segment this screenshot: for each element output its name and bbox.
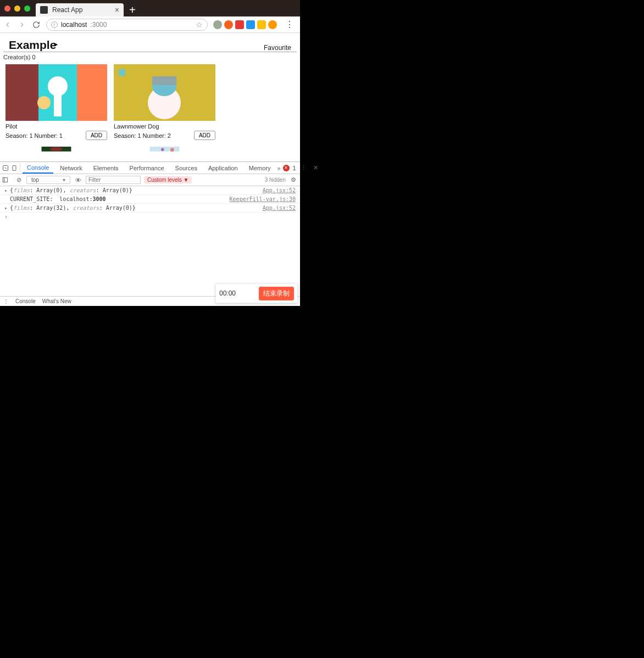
tab-favicon: [40, 6, 48, 14]
drawer-tab-whatsnew[interactable]: What's New: [42, 298, 71, 304]
svg-rect-5: [54, 94, 62, 116]
svg-point-16: [170, 148, 174, 152]
devtools-tabs: Console Network Elements Performance Sou…: [0, 162, 300, 174]
episode-card: Pilot Season: 1 Number: 1 ADD: [5, 64, 107, 140]
extension-icon[interactable]: [213, 20, 222, 29]
svg-point-6: [37, 96, 51, 109]
extension-icon[interactable]: [257, 20, 266, 29]
devtools-tab-console[interactable]: Console: [23, 163, 53, 174]
chrome-menu-button[interactable]: ⋮: [282, 19, 297, 30]
close-window-button[interactable]: [4, 5, 10, 12]
svg-rect-1: [5, 64, 38, 121]
source-link[interactable]: App.jsx:52: [263, 187, 296, 193]
expand-arrow-icon[interactable]: ▸: [4, 187, 8, 193]
add-button[interactable]: ADD: [194, 131, 215, 140]
console-message: {films: Array(32), creators: Array(0)}: [10, 205, 136, 211]
console-line[interactable]: CURRENT_SITE: localhost:3000 KeeperFill-…: [0, 195, 300, 204]
episode-title: Pilot: [5, 123, 107, 130]
episode-thumbnail: [114, 147, 215, 161]
episode-thumbnail: [5, 64, 107, 121]
forward-button[interactable]: [18, 20, 26, 29]
console-output: ▸ {films: Array(0), creators: Array(0)} …: [0, 186, 300, 296]
svg-rect-14: [150, 147, 180, 152]
close-devtools-icon[interactable]: ✕: [312, 164, 320, 171]
console-prompt-icon[interactable]: ›: [0, 213, 300, 221]
drawer-menu-icon[interactable]: ⋮: [3, 298, 9, 304]
source-link[interactable]: App.jsx:52: [263, 205, 296, 211]
episode-card: [5, 147, 107, 161]
episode-meta: Season: 1 Number: 2: [114, 132, 171, 139]
svg-point-15: [161, 148, 164, 151]
back-button[interactable]: [3, 20, 12, 29]
address-bar[interactable]: i localhost:3000 ☆: [46, 19, 208, 31]
minimize-window-button[interactable]: [14, 5, 20, 12]
expand-arrow-icon[interactable]: ▸: [4, 205, 8, 211]
drawer-tab-console[interactable]: Console: [15, 298, 36, 304]
close-tab-icon[interactable]: ×: [115, 6, 119, 14]
episode-title: Lawnmower Dog: [114, 123, 215, 130]
console-line[interactable]: ▸ {films: Array(0), creators: Array(0)} …: [0, 186, 300, 195]
source-link[interactable]: KeeperFill-var.js:30: [230, 196, 296, 202]
console-settings-icon[interactable]: ⚙: [289, 176, 298, 183]
extension-icon[interactable]: [235, 20, 244, 29]
site-info-icon[interactable]: i: [51, 21, 58, 28]
error-badge-icon[interactable]: ✕: [283, 165, 290, 171]
console-line[interactable]: ▸ {films: Array(32), creators: Array(0)}…: [0, 204, 300, 213]
creators-count: Creator(s) 0: [0, 52, 300, 62]
devtools-settings-icon[interactable]: ⋮: [299, 164, 308, 171]
episode-card: [114, 147, 215, 161]
more-tabs-icon[interactable]: »: [277, 165, 280, 171]
window-titlebar: React App × +: [0, 0, 300, 16]
console-message: {films: Array(0), creators: Array(0)}: [10, 187, 132, 193]
console-message: CURRENT_SITE: localhost:3000: [10, 196, 106, 202]
stop-recording-button[interactable]: 结束录制: [259, 287, 294, 300]
favourite-link[interactable]: Favourite: [264, 44, 291, 52]
inspect-element-icon[interactable]: [2, 165, 9, 171]
page-header: Example Favourite: [3, 33, 297, 52]
browser-toolbar: i localhost:3000 ☆ ⋮: [0, 16, 300, 33]
url-port: :3000: [90, 21, 107, 29]
error-count: 1: [293, 165, 296, 171]
screen-recording-widget[interactable]: 00:00 结束录制: [215, 283, 298, 303]
live-expression-icon[interactable]: 👁: [74, 177, 82, 183]
mouse-cursor-icon: ➤: [53, 41, 58, 48]
page-viewport[interactable]: ➤ Example Favourite Creator(s) 0 Pilot S: [0, 33, 300, 161]
devtools-tab-elements[interactable]: Elements: [89, 163, 123, 173]
extension-icons: [213, 20, 277, 29]
extension-icon[interactable]: [224, 20, 233, 29]
episode-meta: Season: 1 Number: 1: [5, 132, 63, 139]
page-title: Example: [9, 38, 56, 52]
svg-point-13: [50, 147, 63, 151]
traffic-lights: [4, 5, 30, 12]
browser-tab[interactable]: React App ×: [36, 3, 124, 16]
episode-card: Lawnmower Dog Season: 1 Number: 2 ADD: [114, 64, 215, 140]
devtools-tab-sources[interactable]: Sources: [171, 163, 202, 173]
recording-time: 00:00: [219, 289, 236, 297]
device-toggle-icon[interactable]: [11, 165, 18, 171]
add-button[interactable]: ADD: [86, 131, 107, 140]
devtools-tab-network[interactable]: Network: [55, 163, 86, 173]
episode-thumbnail: [5, 147, 107, 161]
console-filter-input[interactable]: [86, 176, 141, 184]
hidden-messages-count[interactable]: 3 hidden: [265, 177, 286, 183]
svg-rect-10: [152, 76, 176, 85]
maximize-window-button[interactable]: [24, 5, 30, 12]
execution-context-select[interactable]: top ▾: [26, 176, 70, 184]
episode-thumbnail: [114, 64, 215, 121]
log-levels-select[interactable]: Custom levels ▼: [144, 176, 192, 183]
svg-rect-20: [3, 177, 7, 182]
svg-point-4: [48, 76, 68, 96]
console-sidebar-toggle-icon[interactable]: [2, 177, 11, 183]
svg-rect-3: [77, 64, 107, 121]
extension-icon[interactable]: [246, 20, 255, 29]
url-host: localhost: [61, 21, 87, 29]
devtools-tab-memory[interactable]: Memory: [245, 163, 275, 173]
devtools-tab-application[interactable]: Application: [204, 163, 242, 173]
devtools-tab-performance[interactable]: Performance: [125, 163, 169, 173]
expand-arrow-icon: [4, 196, 8, 202]
extension-icon[interactable]: [268, 20, 277, 29]
new-tab-button[interactable]: +: [129, 4, 136, 16]
bookmark-star-icon[interactable]: ☆: [196, 20, 203, 29]
clear-console-icon[interactable]: ⊘: [14, 176, 23, 183]
reload-button[interactable]: [32, 20, 41, 29]
